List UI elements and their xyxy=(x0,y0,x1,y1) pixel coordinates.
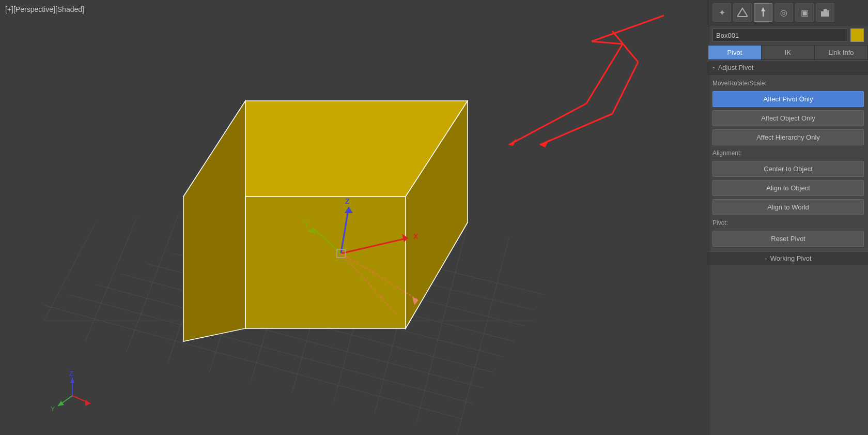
affect-pivot-only-button[interactable]: Affect Pivot Only xyxy=(712,91,864,107)
svg-text:Y: Y xyxy=(304,220,309,228)
object-name-row xyxy=(708,25,868,46)
svg-text:Z: Z xyxy=(69,370,73,378)
svg-marker-61 xyxy=(761,7,765,11)
object-name-input[interactable] xyxy=(712,28,847,42)
svg-text:Z: Z xyxy=(345,197,350,205)
align-to-world-button[interactable]: Align to World xyxy=(712,199,864,215)
svg-marker-58 xyxy=(737,8,748,17)
svg-text:X: X xyxy=(413,232,419,241)
collapse-icon: - xyxy=(712,63,715,71)
working-pivot-title: Working Pivot xyxy=(770,254,812,262)
color-swatch[interactable] xyxy=(850,28,864,42)
viewport-label: [+][Perspective][Shaded] xyxy=(5,5,84,13)
pivot-label: Pivot: xyxy=(712,218,864,228)
tab-ik[interactable]: IK xyxy=(762,46,815,59)
alignment-label: Alignment: xyxy=(712,148,864,158)
reset-pivot-button[interactable]: Reset Pivot xyxy=(712,231,864,247)
adjust-pivot-content: Move/Rotate/Scale: Affect Pivot Only Aff… xyxy=(708,74,868,251)
circle-icon[interactable]: ◎ xyxy=(774,3,793,22)
adjust-pivot-section-header[interactable]: - Adjust Pivot xyxy=(708,60,868,74)
panel-toolbar: ✦ ◎ ▣ xyxy=(708,0,868,25)
working-pivot-header[interactable]: - Working Pivot xyxy=(708,251,868,265)
tab-pivot[interactable]: Pivot xyxy=(708,46,762,59)
move-rotate-scale-label: Move/Rotate/Scale: xyxy=(712,79,864,88)
affect-object-only-button[interactable]: Affect Object Only xyxy=(712,110,864,126)
display-icon[interactable]: ▣ xyxy=(795,3,814,22)
working-pivot-collapse-icon: - xyxy=(765,254,767,262)
svg-rect-64 xyxy=(826,10,829,17)
working-pivot-section: - Working Pivot xyxy=(708,251,868,265)
center-to-object-button[interactable]: Center to Object xyxy=(712,161,864,177)
move-icon[interactable] xyxy=(754,3,772,22)
viewport: [+][Perspective][Shaded] xyxy=(0,0,708,435)
star-icon[interactable]: ✦ xyxy=(712,3,731,22)
hierarchy-icon[interactable] xyxy=(733,3,752,22)
panel-sections: - Adjust Pivot Move/Rotate/Scale: Affect… xyxy=(708,60,868,435)
utilities-icon[interactable] xyxy=(816,3,834,22)
align-to-object-button[interactable]: Align to Object xyxy=(712,180,864,196)
affect-hierarchy-only-button[interactable]: Affect Hierarchy Only xyxy=(712,129,864,145)
right-panel: ✦ ◎ ▣ Pivot IK Link Info - Adjust Pivot … xyxy=(708,0,868,435)
tabs-row: Pivot IK Link Info xyxy=(708,46,868,60)
adjust-pivot-title: Adjust Pivot xyxy=(718,64,754,71)
svg-text:Y: Y xyxy=(51,406,55,413)
tab-link-info[interactable]: Link Info xyxy=(815,46,868,59)
scene-canvas: X Y Z Z Y xyxy=(0,0,708,435)
